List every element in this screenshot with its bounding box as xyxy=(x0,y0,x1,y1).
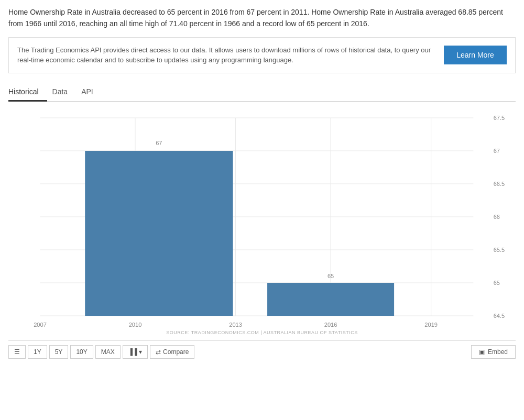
svg-text:66.5: 66.5 xyxy=(494,181,505,187)
learn-more-button[interactable]: Learn More xyxy=(444,46,507,64)
tab-api[interactable]: API xyxy=(81,83,102,102)
bar-2016 xyxy=(267,283,394,316)
chart-source: SOURCE: TRADINGECONOMICS.COM | AUSTRALIA… xyxy=(8,330,516,335)
max-button[interactable]: MAX xyxy=(95,345,121,359)
embed-button[interactable]: ▣ Embed xyxy=(471,345,516,359)
chart-type-icon: ▐▐ ▾ xyxy=(128,348,142,356)
embed-icon: ▣ xyxy=(479,348,485,356)
list-view-button[interactable]: ☰ xyxy=(8,345,26,359)
10y-button[interactable]: 10Y xyxy=(70,345,93,359)
svg-text:65: 65 xyxy=(494,280,500,286)
svg-text:64.5: 64.5 xyxy=(494,313,505,319)
compare-label: Compare xyxy=(163,348,189,356)
svg-text:67: 67 xyxy=(156,140,162,146)
chart-type-button[interactable]: ▐▐ ▾ xyxy=(123,345,148,359)
svg-text:65: 65 xyxy=(328,272,334,279)
api-banner: The Trading Economics API provides direc… xyxy=(8,37,516,73)
5y-button[interactable]: 5Y xyxy=(49,345,69,359)
svg-text:67.5: 67.5 xyxy=(494,115,505,121)
chart-area: 67 65 67.5 67 66.5 66 65.5 65 64.5 2007 … xyxy=(8,107,516,327)
svg-text:66: 66 xyxy=(494,214,500,220)
api-banner-text: The Trading Economics API provides direc… xyxy=(17,45,433,65)
tab-historical[interactable]: Historical xyxy=(8,83,47,102)
list-icon: ☰ xyxy=(14,348,20,356)
svg-text:2010: 2010 xyxy=(129,322,142,327)
svg-text:2016: 2016 xyxy=(324,322,337,327)
bar-2010 xyxy=(85,151,233,316)
compare-icon: ⇄ xyxy=(156,348,161,356)
tabs-container: Historical Data API xyxy=(8,83,516,102)
svg-text:2007: 2007 xyxy=(34,322,47,327)
svg-text:65.5: 65.5 xyxy=(494,247,505,253)
toolbar: ☰ 1Y 5Y 10Y MAX ▐▐ ▾ ⇄ Compare ▣ Embed xyxy=(8,340,516,362)
svg-text:2013: 2013 xyxy=(229,322,242,327)
compare-button[interactable]: ⇄ Compare xyxy=(150,345,194,359)
tab-data[interactable]: Data xyxy=(52,83,77,102)
chart-svg: 67 65 67.5 67 66.5 66 65.5 65 64.5 2007 … xyxy=(8,107,516,327)
description-text: Home Ownership Rate in Australia decreas… xyxy=(8,6,516,30)
embed-label: Embed xyxy=(488,348,508,356)
svg-text:67: 67 xyxy=(494,148,500,154)
1y-button[interactable]: 1Y xyxy=(28,345,47,359)
svg-text:2019: 2019 xyxy=(424,322,438,327)
